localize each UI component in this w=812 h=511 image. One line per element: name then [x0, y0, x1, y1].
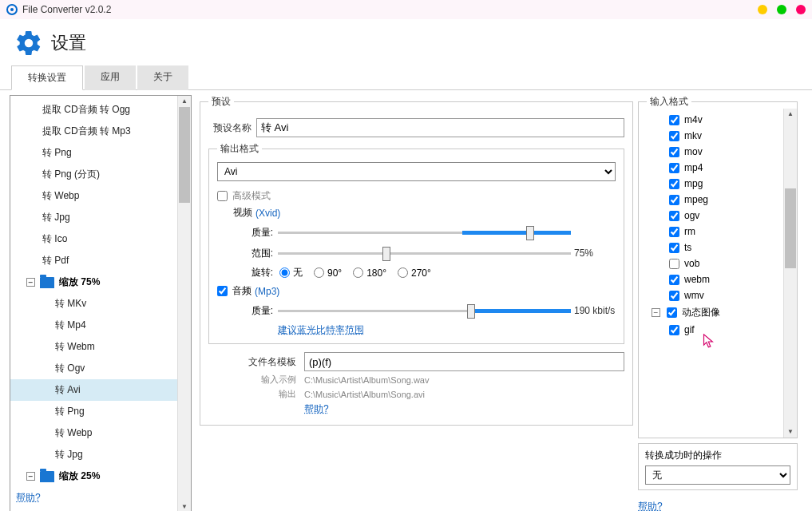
input-format-item-mp4[interactable]: mp4: [645, 160, 779, 176]
tree-item[interactable]: 转 Jpg: [10, 207, 191, 228]
action-select[interactable]: 无: [645, 465, 790, 485]
input-format-group-animated[interactable]: −动态图像: [645, 303, 779, 322]
audio-quality-label: 质量:: [241, 304, 273, 318]
input-format-label: mpg: [684, 178, 703, 189]
video-quality-slider[interactable]: [278, 224, 571, 240]
input-format-group-label: 动态图像: [682, 306, 720, 319]
input-format-checkbox[interactable]: [669, 227, 679, 237]
folder-icon: [40, 277, 54, 288]
collapse-icon[interactable]: −: [26, 472, 35, 481]
filename-template-input[interactable]: [304, 352, 624, 371]
input-format-item-m4v[interactable]: m4v: [645, 112, 779, 128]
input-format-label: ogv: [684, 210, 699, 221]
collapse-icon[interactable]: −: [26, 278, 35, 287]
input-format-label: mkv: [684, 130, 702, 141]
tree-item[interactable]: 转 Webm: [10, 336, 191, 358]
filename-template-label: 文件名模板: [240, 355, 304, 369]
input-format-label: rm: [684, 226, 695, 237]
scroll-up-icon[interactable]: ▲: [784, 109, 797, 120]
tree-folder-scale25[interactable]: − 缩放 25%: [10, 465, 191, 487]
tab-about[interactable]: 关于: [137, 65, 188, 90]
input-format-checkbox[interactable]: [669, 243, 679, 253]
scroll-up-icon[interactable]: ▲: [178, 96, 191, 107]
input-format-item-vob[interactable]: vob: [645, 256, 779, 271]
tree-item[interactable]: 提取 CD音频 转 Ogg: [10, 99, 191, 121]
tree-item[interactable]: 提取 CD音频 转 Mp3: [10, 121, 191, 142]
input-format-legend: 输入格式: [647, 95, 691, 109]
tree-item[interactable]: 转 Png: [10, 401, 191, 422]
audio-enable-checkbox[interactable]: [217, 286, 228, 296]
scroll-down-icon[interactable]: ▼: [178, 501, 191, 511]
input-format-item-gif[interactable]: gif: [645, 322, 779, 338]
close-button[interactable]: [796, 5, 806, 14]
footer-help-link[interactable]: 帮助?: [16, 492, 41, 503]
input-format-item-mpeg[interactable]: mpeg: [645, 192, 779, 208]
tab-apply[interactable]: 应用: [85, 65, 136, 90]
input-format-checkbox[interactable]: [669, 147, 679, 157]
sample-input-label: 输入示例: [240, 374, 304, 386]
output-format-select[interactable]: Avi: [217, 162, 616, 181]
preset-name-input[interactable]: [256, 118, 624, 137]
input-format-scrollbar[interactable]: ▲ ▼: [783, 109, 797, 438]
input-format-label: webm: [684, 274, 710, 285]
action-legend: 转换成功时的操作: [645, 449, 790, 462]
audio-quality-slider[interactable]: [278, 303, 571, 319]
tree-folder-scale75[interactable]: − 缩放 75%: [10, 271, 191, 293]
input-format-checkbox[interactable]: [669, 195, 679, 205]
rotate-270[interactable]: 270°: [398, 267, 431, 279]
tree-item[interactable]: 转 Ico: [10, 228, 191, 250]
input-format-item-mpg[interactable]: mpg: [645, 176, 779, 192]
advanced-mode-checkbox[interactable]: [217, 191, 228, 201]
input-format-checkbox[interactable]: [669, 291, 679, 301]
minimize-button[interactable]: [758, 5, 767, 14]
input-format-checkbox[interactable]: [669, 115, 679, 125]
rotate-none[interactable]: 无: [279, 266, 303, 279]
scroll-thumb[interactable]: [785, 188, 796, 268]
input-format-item-mov[interactable]: mov: [645, 144, 779, 160]
tree-item[interactable]: 转 Webp: [10, 185, 191, 207]
input-format-checkbox[interactable]: [669, 211, 679, 221]
input-format-checkbox[interactable]: [669, 325, 679, 335]
template-help-link[interactable]: 帮助?: [304, 402, 329, 416]
tree-item[interactable]: 转 Ogv: [10, 358, 191, 379]
video-scale-slider[interactable]: [278, 245, 571, 261]
tree-item[interactable]: 转 Webp: [10, 422, 191, 444]
audio-section-label: 音频: [232, 284, 252, 298]
input-format-checkbox[interactable]: [669, 163, 679, 173]
input-format-checkbox[interactable]: [669, 275, 679, 285]
scroll-thumb[interactable]: [179, 107, 190, 203]
tree-item[interactable]: 转 Png: [10, 142, 191, 164]
folder-icon: [40, 471, 54, 482]
maximize-button[interactable]: [777, 5, 786, 14]
input-format-label: mov: [684, 146, 703, 157]
tree-folder-label: 缩放 25%: [59, 469, 100, 483]
rotate-180[interactable]: 180°: [353, 267, 386, 279]
gear-icon: [14, 29, 43, 57]
sidebar-scrollbar[interactable]: ▲ ▼: [177, 96, 191, 511]
input-format-checkbox[interactable]: [669, 131, 679, 141]
page-header: 设置: [0, 19, 812, 61]
scroll-down-icon[interactable]: ▼: [784, 426, 797, 438]
input-format-item-ts[interactable]: ts: [645, 240, 779, 256]
input-format-group-checkbox[interactable]: [667, 307, 677, 318]
input-format-label: m4v: [684, 114, 703, 125]
tab-presets[interactable]: 转换设置: [11, 65, 83, 90]
collapse-icon[interactable]: −: [652, 308, 660, 317]
input-format-item-mkv[interactable]: mkv: [645, 128, 779, 144]
input-format-item-wmv[interactable]: wmv: [645, 287, 779, 303]
bitrate-link[interactable]: 建议蓝光比特率范围: [278, 324, 364, 335]
input-format-item-ogv[interactable]: ogv: [645, 208, 779, 224]
tree-item[interactable]: 转 Jpg: [10, 444, 191, 465]
tree-item[interactable]: 转 Mp4: [10, 315, 191, 336]
input-format-checkbox[interactable]: [669, 179, 679, 189]
tree-item[interactable]: 转 Pdf: [10, 250, 191, 271]
input-format-item-webm[interactable]: webm: [645, 271, 779, 287]
input-format-item-rm[interactable]: rm: [645, 224, 779, 240]
rotate-90[interactable]: 90°: [314, 267, 342, 279]
tree-item[interactable]: 转 Png (分页): [10, 164, 191, 185]
input-format-checkbox[interactable]: [669, 259, 679, 269]
titlebar: File Converter v2.0.2: [0, 0, 812, 19]
action-help-link[interactable]: 帮助?: [638, 501, 663, 511]
tree-item[interactable]: 转 MKv: [10, 293, 191, 315]
tree-item-selected[interactable]: 转 Avi: [10, 379, 191, 401]
